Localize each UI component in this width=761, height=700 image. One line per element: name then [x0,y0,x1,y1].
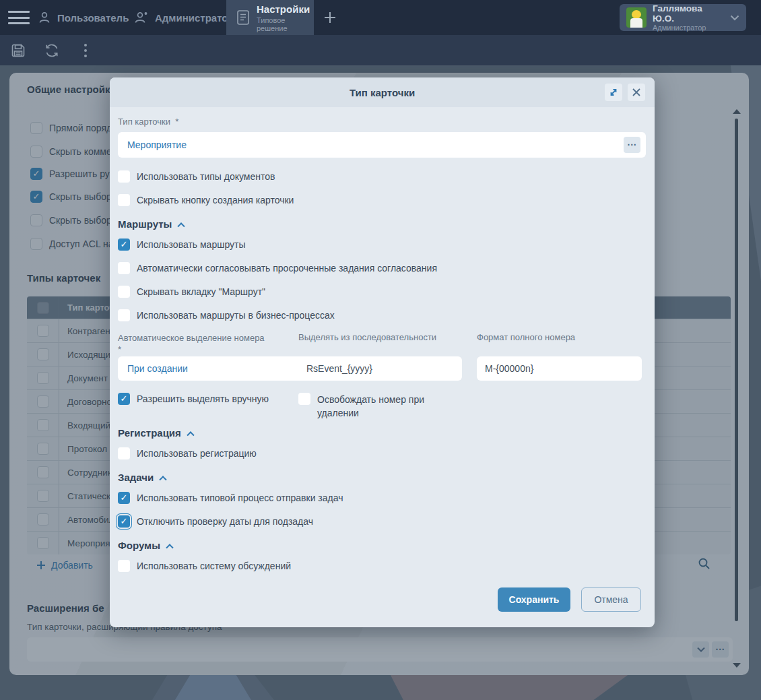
tab-settings-sublabel: Типовое решение [257,16,310,32]
card-type-field[interactable]: Мероприятие ··· [118,132,646,158]
refresh-icon[interactable] [43,42,61,59]
checkbox[interactable] [118,286,130,298]
action-toolbar [0,35,761,65]
tab-settings-label: Настройки [257,3,310,15]
checkbox-row[interactable]: Скрывать вкладку "Маршрут" [118,286,265,298]
user-menu[interactable]: Галлямова Ю.О. Администратор [620,4,746,31]
auto-number-label: Автоматическое выделение номера* [118,332,320,355]
tab-settings[interactable]: Настройки Типовое решение [226,0,314,35]
user-role: Администратор [653,24,724,32]
user-icon [38,11,51,24]
checkbox[interactable] [118,170,130,183]
expand-icon[interactable] [605,84,622,101]
checkbox[interactable] [118,262,130,274]
checkbox-row[interactable]: Использовать типы документов [118,170,275,183]
chevron-up-icon [166,544,173,551]
checkbox-row[interactable]: Использовать регистрацию [118,447,257,459]
chevron-up-icon [178,222,185,230]
checkbox-checked[interactable] [118,238,130,251]
sequence-label: Выделять из последовательности [298,332,436,342]
new-tab-button[interactable] [317,0,343,35]
chevron-up-icon [187,431,194,439]
settings-page: Общие настройки Прямой поряд Скрыть комм… [0,65,761,700]
avatar [626,7,647,28]
chevron-down-icon [730,15,739,21]
hamburger-menu-icon[interactable] [8,9,30,26]
plus-icon [324,11,336,24]
checkbox[interactable] [298,393,310,405]
card-type-label: Тип карточки * [118,117,178,127]
checkbox-row[interactable]: Использовать маршруты в бизнес-процессах [118,309,335,321]
checkbox-row[interactable]: Разрешить выделять вручную [118,393,269,405]
checkbox-row[interactable]: Отключить проверку даты для подзадач [118,515,313,528]
save-button[interactable]: Сохранить [498,587,570,612]
checkbox-row[interactable]: Скрывать кнопку создания карточки [118,194,294,206]
checkbox-checked[interactable] [118,492,130,504]
full-format-label: Формат полного номера [477,332,575,342]
document-icon [236,9,251,26]
tab-admin-label: Администратор [155,12,234,24]
checkbox-checked[interactable] [118,393,130,405]
checkbox[interactable] [118,309,130,321]
dialog-header: Тип карточки [110,77,655,107]
checkbox-checked-focused[interactable] [118,515,130,528]
card-type-dialog: Тип карточки Тип карточки * Мероприятие … [110,77,655,627]
full-format-input[interactable] [477,356,642,381]
section-forums[interactable]: Форумы [118,540,172,551]
save-icon[interactable] [9,42,27,59]
checkbox-row[interactable]: Использовать типовой процесс отправки за… [118,492,343,504]
tab-user[interactable]: Пользователь [28,0,138,35]
user-star-icon [134,11,149,24]
kebab-menu-icon[interactable] [77,42,94,59]
top-bar: Пользователь Администратор Настройки Тип… [0,0,761,35]
checkbox[interactable] [118,194,130,206]
chevron-up-icon [160,476,167,483]
ellipsis-icon[interactable]: ··· [624,137,640,153]
section-routes[interactable]: Маршруты [118,218,184,230]
user-name: Галлямова Ю.О. [653,3,724,24]
checkbox-row[interactable]: Использовать систему обсуждений [118,560,291,572]
auto-number-value: При создании [127,363,313,374]
close-icon[interactable] [628,84,645,101]
card-type-value: Мероприятие [127,139,624,150]
checkbox-row[interactable]: Автоматически согласовывать просроченные… [118,262,437,274]
tab-user-label: Пользователь [57,12,129,24]
section-registration[interactable]: Регистрация [118,427,193,439]
checkbox[interactable] [118,447,130,459]
checkbox-row[interactable]: Использовать маршруты [118,238,246,251]
cancel-button[interactable]: Отмена [581,587,641,612]
checkbox-row[interactable]: Освобождать номер при удалении [298,393,440,420]
dialog-title: Тип карточки [350,87,415,98]
section-tasks[interactable]: Задачи [118,472,166,483]
checkbox[interactable] [118,560,130,572]
sequence-input[interactable] [298,356,462,381]
